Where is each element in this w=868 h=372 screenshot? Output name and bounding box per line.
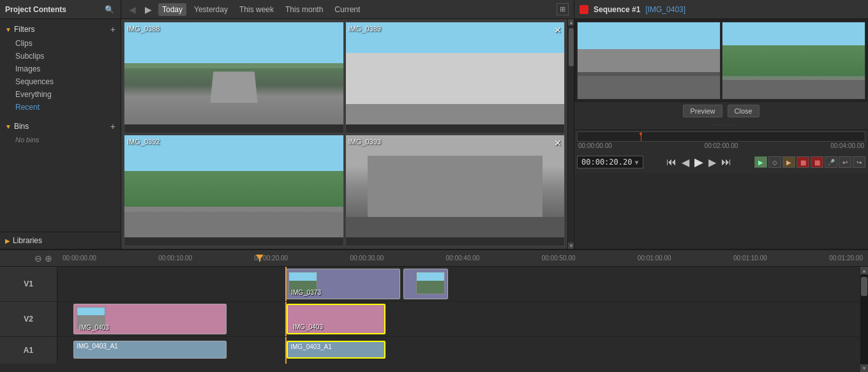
this-month-button[interactable]: This month <box>281 3 327 16</box>
timeline-scroll-down[interactable]: ▼ <box>860 364 868 372</box>
preview-thumbnails <box>574 19 868 102</box>
clip-v2-long[interactable]: IMG_0403 <box>73 304 227 334</box>
clip-item-0389[interactable]: IMG_0389 ✕ <box>345 22 565 133</box>
browser-panel: ◀ ▶ Today Yesterday This week This month… <box>121 0 574 249</box>
panel-header: Project Contents 🔍 <box>0 0 121 19</box>
left-panel: Project Contents 🔍 ▼ Filters + Clips Sub… <box>0 0 121 249</box>
timeline-scroll-up[interactable]: ▲ <box>860 267 868 274</box>
today-button[interactable]: Today <box>158 3 186 16</box>
libraries-section: ▶ Libraries <box>0 232 121 249</box>
clip-label-0392: IMG_0392 <box>127 138 160 145</box>
preview-button[interactable]: Preview <box>683 105 722 117</box>
playhead-arrow <box>256 255 264 260</box>
preview-header: Sequence #1 [IMG_0403] <box>574 0 868 19</box>
scroll-up-arrow[interactable]: ▲ <box>568 19 574 26</box>
ruler-mark-3: 00:00:30.00 <box>350 255 384 262</box>
timeline-header: ⊖ ⊕ 00:00:00.00 00:00:10.00 00:00:20.00 … <box>0 250 868 267</box>
browser-grid: IMG_0388 IMG_0389 ✕ <box>121 19 567 249</box>
libraries-header[interactable]: ▶ Libraries <box>0 232 121 249</box>
clip-thumbnail-0388 <box>124 22 343 124</box>
ctrl-icon-2[interactable]: ◇ <box>768 156 781 168</box>
filters-label: Filters <box>14 25 35 34</box>
browser-scrollbar[interactable]: ▲ ▼ <box>567 19 574 249</box>
ctrl-icon-3[interactable]: ▶ <box>782 156 795 168</box>
close-button[interactable]: Close <box>728 105 760 117</box>
search-button[interactable]: 🔍 <box>103 4 116 15</box>
filter-recent[interactable]: Recent <box>10 101 121 114</box>
clip-v1-img0373[interactable]: IMG_0373 <box>285 269 400 299</box>
playhead-marker: ▼ <box>638 131 643 137</box>
track-a1-playhead <box>285 337 287 364</box>
clip-v1-name: IMG_0373 <box>288 288 324 297</box>
ctrl-icon-redo[interactable]: ↪ <box>853 156 865 168</box>
this-week-button[interactable]: This week <box>236 3 278 16</box>
clip-close-0393[interactable]: ✕ <box>554 138 562 148</box>
clip-v2-short-name: IMG_0403 <box>290 322 326 332</box>
top-area: Project Contents 🔍 ▼ Filters + Clips Sub… <box>0 0 868 249</box>
bins-header[interactable]: ▼ Bins + <box>0 119 121 134</box>
clip-item-0393[interactable]: IMG_0393 ✕ <box>345 135 565 246</box>
transport-play[interactable]: ▶ <box>692 154 705 170</box>
transport-to-start[interactable]: ⏮ <box>664 155 678 169</box>
filter-sequences[interactable]: Sequences <box>10 75 121 88</box>
clip-a1-long[interactable]: IMG_0403_A1 <box>73 341 227 359</box>
clip-a1-long-name: IMG_0403_A1 <box>74 341 226 351</box>
scroll-thumb[interactable] <box>569 28 574 66</box>
clip-a1-short[interactable]: IMG_0403_A1 <box>287 341 385 359</box>
filters-header[interactable]: ▼ Filters + <box>0 22 121 37</box>
timecode-row: 00:00:20.20 ▼ ⏮ ◀ ▶ ▶ ⏭ ▶ ◇ ▶ ▦ ▦ 🎤 <box>574 151 868 173</box>
filter-clips[interactable]: Clips <box>10 37 121 50</box>
ctrl-icon-mic[interactable]: 🎤 <box>825 156 837 168</box>
preview-playhead: ▼ <box>641 132 641 141</box>
clip-close-0389[interactable]: ✕ <box>554 25 562 35</box>
timecode-value: 00:00:20.20 <box>581 158 632 167</box>
ctrl-icon-4[interactable]: ▦ <box>797 156 809 168</box>
preview-thumb-secondary[interactable] <box>722 22 865 100</box>
zoom-in-icon[interactable]: ⊕ <box>45 253 52 264</box>
grid-view-button[interactable]: ⊞ <box>557 3 569 15</box>
timeline-ruler: 00:00:00.00 00:00:10.00 00:00:20.00 00:0… <box>57 255 868 262</box>
track-rows-wrapper: V1 IMG_0373 <box>0 267 860 372</box>
preview-thumb-main[interactable] <box>577 22 721 100</box>
clip-v1-small[interactable] <box>403 269 448 299</box>
preview-ruler: ▼ 00:00:00.00 00:02:00.00 00:04:00.00 <box>574 130 868 151</box>
current-button[interactable]: Current <box>331 3 364 16</box>
track-v2-playhead <box>285 302 287 336</box>
clip-thumbnail-0389 <box>346 22 565 124</box>
ruler-label-middle: 00:02:00.00 <box>705 142 738 149</box>
bins-add-icon[interactable]: + <box>110 121 116 131</box>
clip-item-0392[interactable]: IMG_0392 <box>124 135 344 246</box>
clip-v2-long-name: IMG_0403 <box>77 323 112 332</box>
sequence-name: Sequence #1 <box>594 5 640 14</box>
scroll-down-arrow[interactable]: ▼ <box>568 242 574 249</box>
timeline-scroll-thumb[interactable] <box>861 277 867 296</box>
filters-add-icon[interactable]: + <box>110 24 116 34</box>
zoom-out-icon[interactable]: ⊖ <box>34 253 42 264</box>
yesterday-button[interactable]: Yesterday <box>190 3 232 16</box>
browser-toolbar: ◀ ▶ Today Yesterday This week This month… <box>121 0 574 19</box>
ruler-mark-7: 00:01:10.00 <box>733 255 767 262</box>
track-v2-label: V2 <box>0 302 57 336</box>
transport-to-end[interactable]: ⏭ <box>719 155 733 169</box>
sequence-indicator <box>580 5 588 14</box>
clip-item-0388[interactable]: IMG_0388 <box>124 22 344 133</box>
ctrl-icon-1[interactable]: ▶ <box>754 156 767 168</box>
ctrl-icon-undo[interactable]: ↩ <box>839 156 851 168</box>
clip-v2-short[interactable]: IMG_0403 <box>287 304 385 334</box>
bins-label: Bins <box>14 122 29 131</box>
ruler-mark-6: 00:01:00.00 <box>638 255 671 262</box>
scroll-track <box>568 26 574 242</box>
timecode-dropdown-icon[interactable]: ▼ <box>634 159 638 166</box>
filter-subclips[interactable]: Subclips <box>10 50 121 63</box>
ctrl-icon-5[interactable]: ▦ <box>811 156 823 168</box>
filter-images[interactable]: Images <box>10 63 121 75</box>
nav-back-button[interactable]: ◀ <box>126 3 138 16</box>
clip-a1-short-name: IMG_0403_A1 <box>288 342 384 352</box>
libraries-label: Libraries <box>13 236 42 245</box>
timecode-display[interactable]: 00:00:20.20 ▼ <box>577 156 643 168</box>
timeline-scrollbar-v[interactable]: ▲ ▼ <box>860 267 868 372</box>
nav-forward-button[interactable]: ▶ <box>142 3 154 16</box>
filter-everything[interactable]: Everything <box>10 88 121 101</box>
transport-next-frame[interactable]: ▶ <box>707 155 718 170</box>
transport-prev-frame[interactable]: ◀ <box>680 155 691 170</box>
